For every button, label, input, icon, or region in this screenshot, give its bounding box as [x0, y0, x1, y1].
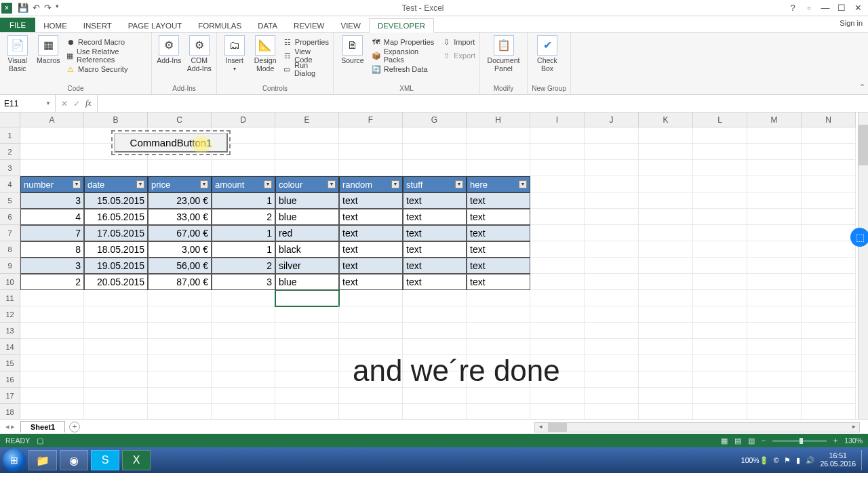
cell-F17[interactable]: [339, 388, 403, 404]
ribbon-options-icon[interactable]: ▫: [803, 3, 815, 13]
cell-D15[interactable]: [212, 355, 275, 371]
cell-E10[interactable]: blue: [275, 274, 339, 290]
cell-N4[interactable]: [802, 176, 856, 192]
col-header-A[interactable]: A: [20, 113, 84, 127]
cell-K2[interactable]: [639, 144, 693, 160]
cell-M11[interactable]: [747, 290, 802, 306]
cell-J11[interactable]: [585, 290, 639, 306]
cell-G12[interactable]: [403, 306, 467, 323]
cell-E2[interactable]: [275, 144, 339, 160]
cell-D10[interactable]: 3: [212, 274, 275, 290]
cell-D11[interactable]: [212, 290, 275, 306]
cell-G14[interactable]: [403, 339, 467, 355]
cell-I1[interactable]: [530, 127, 585, 144]
close-icon[interactable]: ✕: [852, 3, 864, 13]
cell-E8[interactable]: black: [275, 241, 339, 258]
tab-review[interactable]: REVIEW: [285, 19, 332, 32]
cell-J17[interactable]: [585, 388, 639, 404]
cell-M17[interactable]: [747, 388, 802, 404]
fx-icon[interactable]: fx: [85, 98, 92, 108]
cell-C3[interactable]: [148, 160, 212, 176]
cell-B14[interactable]: [84, 339, 148, 355]
cell-B11[interactable]: [84, 290, 148, 306]
row-header-6[interactable]: 6: [0, 209, 20, 225]
row-header-8[interactable]: 8: [0, 241, 20, 258]
select-all-triangle[interactable]: [0, 113, 20, 127]
cell-K7[interactable]: [639, 225, 693, 241]
cell-F5[interactable]: text: [339, 192, 403, 209]
cell-I14[interactable]: [530, 339, 585, 355]
cell-H6[interactable]: text: [467, 209, 530, 225]
checkbox-button[interactable]: ✔Check Box: [532, 35, 563, 73]
cell-G4[interactable]: stuff▾: [403, 176, 467, 192]
cell-B8[interactable]: 18.05.2015: [84, 241, 148, 258]
cell-J6[interactable]: [585, 209, 639, 225]
cell-L11[interactable]: [693, 290, 747, 306]
cell-E18[interactable]: [275, 404, 339, 420]
cell-N18[interactable]: [802, 404, 856, 420]
row-header-16[interactable]: 16: [0, 371, 20, 388]
new-sheet-button[interactable]: +: [69, 422, 80, 432]
undo-icon[interactable]: ↶: [33, 3, 40, 13]
cell-M14[interactable]: [747, 339, 802, 355]
cell-A4[interactable]: number▾: [20, 176, 84, 192]
vertical-scrollbar[interactable]: [858, 113, 868, 434]
cell-M3[interactable]: [747, 160, 802, 176]
cell-N2[interactable]: [802, 144, 856, 160]
cell-H14[interactable]: [467, 339, 530, 355]
import-button[interactable]: ⇩Import: [441, 35, 475, 49]
cell-F11[interactable]: [339, 290, 403, 306]
cell-C6[interactable]: 33,00 €: [148, 209, 212, 225]
cell-C10[interactable]: 87,00 €: [148, 274, 212, 290]
cell-B10[interactable]: 20.05.2015: [84, 274, 148, 290]
cell-F9[interactable]: text: [339, 258, 403, 274]
cell-A13[interactable]: [20, 323, 84, 339]
cell-L6[interactable]: [693, 209, 747, 225]
cell-H1[interactable]: [467, 127, 530, 144]
cell-F8[interactable]: text: [339, 241, 403, 258]
macro-record-icon[interactable]: ▢: [37, 436, 43, 445]
row-header-12[interactable]: 12: [0, 306, 20, 323]
cell-H17[interactable]: [467, 388, 530, 404]
cell-A2[interactable]: [20, 144, 84, 160]
save-icon[interactable]: 💾: [18, 3, 28, 13]
cell-M4[interactable]: [747, 176, 802, 192]
cell-L14[interactable]: [693, 339, 747, 355]
cell-M13[interactable]: [747, 323, 802, 339]
cell-H18[interactable]: [467, 404, 530, 420]
view-normal-icon[interactable]: ▦: [721, 436, 728, 445]
cell-H8[interactable]: text: [467, 241, 530, 258]
cell-J16[interactable]: [585, 371, 639, 388]
cell-D9[interactable]: 2: [212, 258, 275, 274]
zoom-slider[interactable]: [772, 440, 827, 442]
filter-dropdown-icon[interactable]: ▾: [73, 180, 81, 188]
start-button[interactable]: ⊞: [3, 449, 26, 472]
cell-F2[interactable]: [339, 144, 403, 160]
cell-A12[interactable]: [20, 306, 84, 323]
cell-A1[interactable]: [20, 127, 84, 144]
cell-L13[interactable]: [693, 323, 747, 339]
cell-E5[interactable]: blue: [275, 192, 339, 209]
cell-G10[interactable]: text: [403, 274, 467, 290]
cell-D3[interactable]: [212, 160, 275, 176]
cell-I3[interactable]: [530, 160, 585, 176]
cell-G7[interactable]: text: [403, 225, 467, 241]
tray-power-icon[interactable]: ©: [774, 456, 779, 464]
cell-M18[interactable]: [747, 404, 802, 420]
cell-E7[interactable]: red: [275, 225, 339, 241]
cell-L1[interactable]: [693, 127, 747, 144]
cell-N16[interactable]: [802, 371, 856, 388]
cell-N1[interactable]: [802, 127, 856, 144]
cell-A6[interactable]: 4: [20, 209, 84, 225]
zoom-out-icon[interactable]: −: [762, 436, 766, 445]
row-header-17[interactable]: 17: [0, 388, 20, 404]
row-header-2[interactable]: 2: [0, 144, 20, 160]
cell-E17[interactable]: [275, 388, 339, 404]
cell-M16[interactable]: [747, 371, 802, 388]
cell-F4[interactable]: random▾: [339, 176, 403, 192]
cell-D7[interactable]: 1: [212, 225, 275, 241]
zoom-in-icon[interactable]: +: [833, 436, 837, 445]
cell-K4[interactable]: [639, 176, 693, 192]
cell-G2[interactable]: [403, 144, 467, 160]
cell-G18[interactable]: [403, 404, 467, 420]
